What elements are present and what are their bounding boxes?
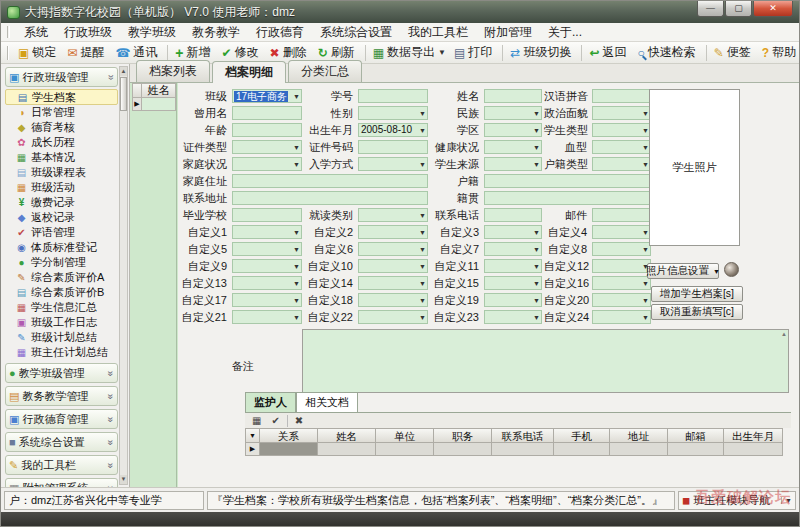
field-control[interactable]: ▼	[232, 208, 302, 222]
dropdown-arrow-icon[interactable]: ▼	[642, 244, 649, 255]
field-control[interactable]: ▼	[232, 157, 302, 171]
sidebar-item[interactable]: ● 学分制管理	[5, 255, 118, 270]
field-control[interactable]: ▼	[592, 106, 651, 120]
field-control[interactable]: ▼	[484, 208, 542, 222]
field-control[interactable]: ▼	[484, 225, 542, 239]
dropdown-arrow-icon[interactable]: ▼	[533, 261, 540, 272]
dropdown-arrow-icon[interactable]: ▼	[293, 278, 300, 289]
dropdown-arrow-icon[interactable]: ▼	[293, 91, 300, 102]
field-control[interactable]: ▼	[484, 276, 542, 290]
sidebar-item[interactable]: ◉ 体质标准登记	[5, 240, 118, 255]
sidebar-section[interactable]: ■ 系统综合设置 »	[5, 432, 118, 452]
sidebar-item[interactable]: ✎ 综合素质评价A	[5, 270, 118, 285]
dropdown-arrow-icon[interactable]: ▼	[642, 125, 649, 136]
table-column-header[interactable]: 出生年月	[723, 428, 783, 443]
field-control[interactable]: ▼	[592, 276, 651, 290]
table-column-header[interactable]: 姓名	[317, 428, 375, 443]
dropdown-arrow-icon[interactable]: ▼	[293, 261, 300, 272]
dropdown-arrow-icon[interactable]: ▼	[419, 312, 426, 323]
toolbar-button[interactable]: ○ 快速检索	[633, 43, 702, 62]
field-control[interactable]: ▼	[592, 123, 651, 137]
sidebar-item[interactable]: ▤ 班级课程表	[5, 165, 118, 180]
sidebar-item[interactable]: ✿ 成长历程	[5, 135, 118, 150]
field-control[interactable]: ▼	[232, 259, 302, 273]
toolbar-button[interactable]: ▦ 数据导出 ▼	[369, 43, 450, 62]
expand-down-icon[interactable]: »	[106, 439, 117, 445]
photo-settings-button[interactable]: 照片信息设置 ▼	[647, 263, 719, 279]
sidebar-section[interactable]: ✎ 我的工具栏 »	[5, 455, 118, 475]
delete-row-icon[interactable]: ✖	[290, 415, 308, 426]
field-control[interactable]: ▼	[232, 140, 302, 154]
table-column-header[interactable]: 邮箱	[667, 428, 723, 443]
menu-item[interactable]: 关于...	[540, 22, 590, 43]
dropdown-arrow-icon[interactable]: ▼	[419, 244, 426, 255]
guardian-tab[interactable]: 相关文档	[296, 392, 358, 412]
toolbar-button[interactable]: ✔ 修改	[218, 43, 266, 62]
dropdown-arrow-icon[interactable]: ▼	[293, 159, 300, 170]
tab[interactable]: 档案列表	[136, 60, 210, 82]
sidebar-item[interactable]: ✎ 班级计划总结	[5, 330, 118, 345]
dropdown-arrow-icon[interactable]: ▼	[293, 244, 300, 255]
toolbar-button[interactable]: ✉ 提醒	[63, 43, 111, 62]
sidebar-item[interactable]: ▣ 班级工作日志	[5, 315, 118, 330]
sidebar-item[interactable]: ✔ 评语管理	[5, 225, 118, 240]
close-button[interactable]: ✕	[753, 1, 793, 17]
expand-down-icon[interactable]: »	[106, 393, 117, 399]
toolbar-button[interactable]	[502, 45, 503, 61]
field-control[interactable]: ▼	[232, 191, 428, 205]
toolbar-button[interactable]	[365, 45, 366, 61]
sidebar-section[interactable]: ▣ 行政德育管理 »	[5, 409, 118, 429]
menu-item[interactable]: 行政班级	[56, 22, 120, 43]
field-control[interactable]: ▼	[484, 157, 542, 171]
menu-item[interactable]: 我的工具栏	[400, 22, 476, 43]
field-control[interactable]: ▼	[592, 259, 651, 273]
table-column-header[interactable]: 单位	[375, 428, 433, 443]
field-control[interactable]: ▼	[484, 140, 542, 154]
menu-item[interactable]: 教学班级	[120, 22, 184, 43]
sidebar-item[interactable]: ◆ 德育考核	[5, 120, 118, 135]
field-control[interactable]: ▼	[358, 140, 428, 154]
scroll-down-icon[interactable]: ▼	[120, 475, 127, 484]
menu-item[interactable]: 附加管理	[476, 22, 540, 43]
field-control[interactable]: ▼	[484, 89, 542, 103]
sidebar-scrollbar[interactable]: ▲ ▼	[119, 66, 128, 485]
field-control[interactable]: ▼	[358, 208, 428, 222]
field-control[interactable]: ▼	[358, 157, 428, 171]
dropdown-arrow-icon[interactable]: ▼	[419, 227, 426, 238]
dropdown-arrow-icon[interactable]: ▼	[642, 295, 649, 306]
field-control[interactable]: ▼	[592, 310, 651, 324]
sidebar-section-admin-class[interactable]: ▣ 行政班级管理 «	[5, 67, 118, 87]
scroll-thumb[interactable]	[120, 77, 127, 111]
field-control[interactable]: ▼	[358, 89, 428, 103]
expand-down-icon[interactable]: »	[106, 462, 117, 468]
dropdown-arrow-icon[interactable]: ▼	[419, 261, 426, 272]
maximize-button[interactable]: ▢	[725, 1, 752, 17]
menu-item[interactable]: 教务教学	[184, 22, 248, 43]
sidebar-item[interactable]: ▦ 基本情况	[5, 150, 118, 165]
toolbar-button[interactable]: ⇄ 班级切换	[506, 43, 578, 62]
toolbar-button[interactable]: ▣ 锁定	[14, 43, 63, 62]
table-column-header[interactable]: 地址	[609, 428, 667, 443]
field-control[interactable]: ▼	[232, 123, 302, 137]
field-control[interactable]: ▼	[484, 106, 542, 120]
sidebar-item[interactable]: ◆ 返校记录	[5, 210, 118, 225]
tab[interactable]: 档案明细	[212, 61, 286, 83]
dropdown-arrow-icon[interactable]: ▼	[642, 227, 649, 238]
dropdown-arrow-icon[interactable]: ▼	[642, 108, 649, 119]
dropdown-arrow-icon[interactable]: ▼	[533, 159, 540, 170]
field-control[interactable]: ▼	[232, 174, 428, 188]
camera-icon[interactable]	[724, 262, 739, 277]
dropdown-arrow-icon[interactable]: ▼	[419, 159, 426, 170]
toolbar-button[interactable]	[581, 45, 582, 61]
record-name-column-header[interactable]: 姓名	[142, 83, 176, 98]
dropdown-arrow-icon[interactable]: ▼	[419, 210, 426, 221]
dropdown-arrow-icon[interactable]: ▼	[293, 295, 300, 306]
dropdown-arrow-icon[interactable]: ▼	[293, 142, 300, 153]
dropdown-arrow-icon[interactable]: ▼	[533, 227, 540, 238]
sidebar-section[interactable]: ▤ 教务教学管理 »	[5, 386, 118, 406]
dropdown-arrow-icon[interactable]: ▼	[781, 497, 792, 504]
table-column-header[interactable]: 手机	[553, 428, 609, 443]
dropdown-arrow-icon[interactable]: ▼	[533, 312, 540, 323]
dropdown-arrow-icon[interactable]: ▼	[642, 312, 649, 323]
record-row[interactable]: ▶	[132, 98, 176, 111]
